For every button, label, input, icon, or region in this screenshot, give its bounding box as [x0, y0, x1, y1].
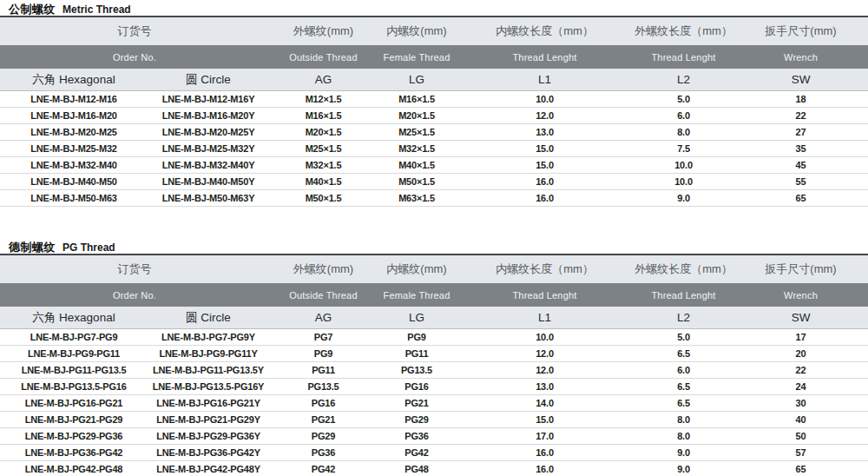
metric-thread-section: 公制螺纹Metric Thread 订货号 外螺纹(mm) 内螺纹(mm) 内螺… [0, 0, 868, 207]
subheader-l2: L2 [634, 69, 733, 91]
table-cell: LNE-M-BJ-PG7-PG9Y [148, 329, 269, 346]
table-cell: LNE-M-BJ-PG36-PG42 [0, 445, 148, 461]
table-cell: LNE-M-BJ-PG42-PG48Y [148, 461, 269, 476]
table-cell: LNE-M-BJ-M16-M20 [0, 108, 148, 124]
table-cell: M32×1.5 [269, 157, 378, 174]
table-cell: PG16 [378, 379, 456, 395]
table-cell: LNE-M-BJ-M50-M63 [0, 190, 148, 207]
table-cell: 12.0 [456, 346, 634, 362]
header-outside-thread-cn: 外螺纹(mm) [269, 17, 378, 45]
table-cell: 22 [733, 362, 868, 379]
subheader-row: 六角 Hexagonal 圆 Circle AG LG L1 L2 SW [0, 307, 868, 329]
table-cell: LNE-M-BJ-M12-M16 [0, 91, 148, 108]
table-cell: 22 [733, 108, 868, 124]
table-cell: 9.0 [634, 190, 733, 207]
table-row: LNE-M-BJ-M40-M50LNE-M-BJ-M40-M50YM40×1.5… [0, 174, 868, 190]
table-cell: 9.0 [634, 461, 733, 476]
table-cell: 12.0 [456, 108, 634, 124]
table-cell: LNE-M-BJ-M40-M50Y [148, 174, 269, 190]
table-cell: LNE-M-BJ-PG21-PG29Y [148, 412, 269, 428]
table-cell: M20×1.5 [378, 108, 456, 124]
header-female-thread-en: Female Thread [378, 45, 456, 69]
table-cell: M50×1.5 [269, 190, 378, 207]
header-outside-thread-en: Outside Thread [269, 283, 378, 307]
table-cell: 15.0 [456, 141, 634, 157]
pg-thread-section: 德制螺纹PG Thread 订货号 外螺纹(mm) 内螺纹(mm) 内螺纹长度（… [0, 238, 868, 476]
table-cell: PG42 [378, 445, 456, 461]
table-cell: 8.0 [634, 428, 733, 445]
header-wrench-size-cn: 扳手尺寸(mm) [733, 255, 868, 283]
table-cell: PG36 [269, 445, 378, 461]
table-cell: 27 [733, 124, 868, 141]
table-cell: PG13.5 [378, 362, 456, 379]
table-cell: 6.5 [634, 395, 733, 412]
table-cell: M40×1.5 [378, 157, 456, 174]
table-cell: 35 [733, 141, 868, 157]
subheader-row: 六角 Hexagonal 圆 Circle AG LG L1 L2 SW [0, 69, 868, 91]
table-cell: 10.0 [634, 174, 733, 190]
table-cell: M63×1.5 [378, 190, 456, 207]
header-outside-thread-length-cn: 外螺纹长度（mm） [634, 255, 733, 283]
table-cell: 10.0 [456, 329, 634, 346]
subheader-circle: 圆 Circle [148, 307, 269, 329]
subheader-sw: SW [733, 69, 868, 91]
table-cell: LNE-M-BJ-M20-M25 [0, 124, 148, 141]
table-cell: 16.0 [456, 461, 634, 476]
table-cell: LNE-M-BJ-M16-M20Y [148, 108, 269, 124]
table-cell: LNE-M-BJ-M20-M25Y [148, 124, 269, 141]
header-female-thread-en: Female Thread [378, 283, 456, 307]
table-cell: PG29 [378, 412, 456, 428]
table-cell: PG36 [378, 428, 456, 445]
table-row: LNE-M-BJ-M12-M16LNE-M-BJ-M12-M16YM12×1.5… [0, 91, 868, 108]
table-cell: M16×1.5 [378, 91, 456, 108]
table-cell: LNE-M-BJ-PG16-PG21 [0, 395, 148, 412]
table-cell: 65 [733, 461, 868, 476]
table-cell: M25×1.5 [378, 124, 456, 141]
table-title-cn: 公制螺纹 [9, 3, 56, 16]
table-cell: PG21 [269, 412, 378, 428]
header-wrench-en: Wrench [733, 45, 868, 69]
header-outside-thread-length-cn: 外螺纹长度（mm） [634, 17, 733, 45]
table-cell: 16.0 [456, 174, 634, 190]
table-cell: 15.0 [456, 157, 634, 174]
table-cell: 40 [733, 412, 868, 428]
table-cell: 45 [733, 157, 868, 174]
table-cell: M12×1.5 [269, 91, 378, 108]
table-row: LNE-M-BJ-PG21-PG29LNE-M-BJ-PG21-PG29YPG2… [0, 412, 868, 428]
subheader-lg: LG [378, 307, 456, 329]
subheader-l1: L1 [456, 307, 634, 329]
header-row-en: Order No. Outside Thread Female Thread T… [0, 45, 868, 69]
table-cell: 7.5 [634, 141, 733, 157]
table-cell: LNE-M-BJ-M12-M16Y [148, 91, 269, 108]
pg-thread-tbody: LNE-M-BJ-PG7-PG9LNE-M-BJ-PG7-PG9YPG7PG91… [0, 329, 868, 476]
metric-thread-title: 公制螺纹Metric Thread [0, 0, 868, 17]
table-row: LNE-M-BJ-M16-M20LNE-M-BJ-M16-M20YM16×1.5… [0, 108, 868, 124]
table-cell: LNE-M-BJ-PG11-PG13.5Y [148, 362, 269, 379]
table-cell: 9.0 [634, 445, 733, 461]
table-row: LNE-M-BJ-PG9-PG11LNE-M-BJ-PG9-PG11YPG9PG… [0, 346, 868, 362]
table-cell: M20×1.5 [269, 124, 378, 141]
table-cell: 5.0 [634, 329, 733, 346]
header-outside-thread-cn: 外螺纹(mm) [269, 255, 378, 283]
header-thread-length-l1-en: Thread Lenght [456, 283, 634, 307]
table-cell: 50 [733, 428, 868, 445]
table-cell: LNE-M-BJ-PG9-PG11 [0, 346, 148, 362]
table-row: LNE-M-BJ-M50-M63LNE-M-BJ-M50-M63YM50×1.5… [0, 190, 868, 207]
table-row: LNE-M-BJ-PG13.5-PG16LNE-M-BJ-PG13.5-PG16… [0, 379, 868, 395]
table-cell: PG9 [269, 346, 378, 362]
table-cell: LNE-M-BJ-M32-M40Y [148, 157, 269, 174]
table-cell: 10.0 [634, 157, 733, 174]
table-cell: 20 [733, 346, 868, 362]
table-title-en: Metric Thread [62, 3, 131, 16]
table-cell: LNE-M-BJ-PG42-PG48 [0, 461, 148, 476]
table-cell: 57 [733, 445, 868, 461]
header-row-cn: 订货号 外螺纹(mm) 内螺纹(mm) 内螺纹长度（mm） 外螺纹长度（mm） … [0, 255, 868, 283]
table-cell: LNE-M-BJ-M25-M32Y [148, 141, 269, 157]
table-cell: LNE-M-BJ-M32-M40 [0, 157, 148, 174]
table-cell: LNE-M-BJ-PG13.5-PG16 [0, 379, 148, 395]
table-row: LNE-M-BJ-PG16-PG21LNE-M-BJ-PG16-PG21YPG1… [0, 395, 868, 412]
table-cell: LNE-M-BJ-PG36-PG42Y [148, 445, 269, 461]
header-wrench-en: Wrench [733, 283, 868, 307]
pg-thread-table: 订货号 外螺纹(mm) 内螺纹(mm) 内螺纹长度（mm） 外螺纹长度（mm） … [0, 255, 868, 476]
subheader-sw: SW [733, 307, 868, 329]
